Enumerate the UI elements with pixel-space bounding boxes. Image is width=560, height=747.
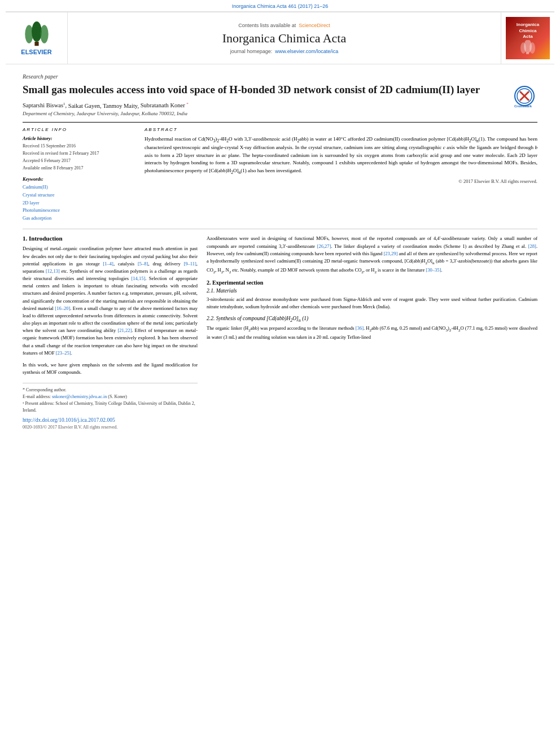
journal-logo-section: Inorganica Chimica Acta bbox=[501, 12, 554, 64]
elsevier-name: ELSEVIER bbox=[21, 49, 51, 55]
right-paragraph-1: Azodibenzoates were used in designing of… bbox=[207, 235, 537, 275]
ref-23-29[interactable]: [23,29] bbox=[383, 251, 397, 256]
homepage-label: journal homepage: bbox=[230, 49, 273, 54]
svg-rect-4 bbox=[34, 42, 38, 46]
elsevier-tree-icon bbox=[17, 21, 56, 47]
date-accepted: Accepted 6 February 2017 bbox=[23, 158, 135, 165]
footnote-1: ¹ Present address: School of Chemistry, … bbox=[23, 400, 198, 414]
intro-number: 1. bbox=[23, 235, 27, 242]
ref-12-13[interactable]: [12,13] bbox=[46, 268, 60, 274]
ref-28[interactable]: [28] bbox=[528, 243, 536, 249]
email-person: (S. Koner) bbox=[108, 394, 127, 399]
journal-title: Inorganica Chimica Acta bbox=[222, 31, 347, 46]
ref-21-22[interactable]: [21,22] bbox=[117, 327, 132, 333]
intro-section-title: 1. Introduction bbox=[23, 235, 198, 242]
ref-36[interactable]: [36] bbox=[356, 325, 364, 331]
ref-14-15[interactable]: [14,15] bbox=[132, 276, 146, 281]
keyword-5: Gas adsorption bbox=[23, 215, 135, 222]
journal-title-section: Contents lists available at ScienceDirec… bbox=[68, 12, 501, 64]
ref-26-27[interactable]: [26,27] bbox=[317, 243, 331, 249]
article-history-label: Article history: bbox=[23, 136, 135, 141]
sciencedirect-link[interactable]: ScienceDirect bbox=[299, 23, 330, 28]
article-dates: Received 15 September 2016 Received in r… bbox=[23, 143, 135, 172]
ref-9-11[interactable]: [9–11] bbox=[184, 261, 196, 267]
ref-5-8[interactable]: [5–8] bbox=[138, 261, 148, 267]
keyword-2: Crystal structure bbox=[23, 191, 135, 199]
doi-link[interactable]: http://dx.doi.org/10.1016/j.ica.2017.02.… bbox=[23, 417, 115, 423]
body-section: 1. Introduction Designing of metal–organ… bbox=[23, 229, 537, 430]
abstract-heading: ABSTRACT bbox=[145, 127, 537, 132]
footnote-section: * Corresponding author. E-mail address: … bbox=[23, 383, 198, 430]
article-info-column: ARTICLE INFO Article history: Received 1… bbox=[23, 127, 135, 222]
email-label: E-mail address: bbox=[23, 394, 51, 399]
intro-title: Introduction bbox=[29, 235, 63, 242]
synthesis-subtitle: 2.2. Synthesis of compound [Cd(abb)H2O]n… bbox=[207, 316, 537, 323]
keywords-label: Keywords: bbox=[23, 176, 135, 182]
contents-text: Contents lists available at bbox=[238, 23, 296, 28]
doi-text: Inorganica Chimica Acta 461 (2017) 21–26 bbox=[232, 3, 329, 9]
logo-title-line1: Inorganica bbox=[517, 22, 539, 28]
info-abstract-section: ARTICLE INFO Article history: Received 1… bbox=[23, 122, 537, 222]
date-received: Received 15 September 2016 bbox=[23, 143, 135, 150]
doi-link-section: http://dx.doi.org/10.1016/j.ica.2017.02.… bbox=[23, 417, 198, 423]
author-sup-1: 1 bbox=[63, 102, 65, 106]
body-left-column: 1. Introduction Designing of metal–organ… bbox=[23, 235, 198, 430]
logo-tree-icon bbox=[517, 40, 539, 54]
exp-section-title: 2. Experimental section bbox=[207, 279, 537, 286]
sciencedirect-line: Contents lists available at ScienceDirec… bbox=[238, 23, 330, 28]
logo-title-line2: Chimica bbox=[519, 28, 536, 34]
doi-bar: Inorganica Chimica Acta 461 (2017) 21–26 bbox=[0, 0, 560, 11]
journal-logo-box: Inorganica Chimica Acta bbox=[506, 17, 550, 59]
homepage-url[interactable]: www.elsevier.com/locate/ica bbox=[275, 49, 338, 54]
ref-1-4[interactable]: [1–4] bbox=[103, 261, 113, 267]
author-koner: Subratanath Koner * bbox=[141, 102, 189, 108]
journal-homepage: journal homepage: www.elsevier.com/locat… bbox=[230, 49, 339, 54]
ref-23-25[interactable]: [23–25] bbox=[56, 350, 71, 356]
materials-text: 3-nitrobenzoic acid and dextrose monohyd… bbox=[207, 296, 537, 311]
svg-point-8 bbox=[530, 42, 535, 54]
article-type: Research paper bbox=[23, 73, 537, 80]
body-right-column: Azodibenzoates were used in designing of… bbox=[207, 235, 537, 430]
author-biswas: Saptarshi Biswas1, bbox=[23, 102, 68, 108]
paper-title: Small gas molecules access into void spa… bbox=[23, 83, 537, 97]
logo-title-line3: Acta bbox=[523, 34, 532, 40]
materials-subtitle: 2.1. Materials bbox=[207, 288, 537, 294]
synthesis-text: The organic linker (H2abb) was prepared … bbox=[207, 325, 537, 341]
abstract-text: Hydrothermal reaction of Cd(NO3)2·4H2O w… bbox=[145, 136, 537, 185]
elsevier-logo: ELSEVIER bbox=[17, 21, 56, 55]
keyword-4: Photoluminescence bbox=[23, 207, 135, 215]
ref-30-35[interactable]: [30–35] bbox=[426, 267, 441, 273]
svg-point-3 bbox=[40, 25, 48, 43]
author-star: * bbox=[186, 102, 189, 106]
paper-title-text: Small gas molecules access into void spa… bbox=[23, 84, 480, 95]
ref-16-20[interactable]: [16–20] bbox=[55, 305, 70, 311]
main-content: Research paper Small gas molecules acces… bbox=[0, 64, 560, 435]
copyright-bottom: 0020-1693/© 2017 Elsevier B.V. All right… bbox=[23, 425, 198, 430]
email-note: E-mail address: snkoner@chemistry.jdvu.a… bbox=[23, 394, 198, 400]
date-revised: Received in revised form 2 February 2017 bbox=[23, 150, 135, 158]
svg-text:CrossMark: CrossMark bbox=[514, 104, 532, 108]
journal-header: ELSEVIER Contents lists available at Sci… bbox=[6, 11, 554, 64]
keyword-1: Cadmium(II) bbox=[23, 184, 135, 191]
corresponding-note: * Corresponding author. bbox=[23, 387, 198, 394]
affiliation: Department of Chemistry, Jadavpur Univer… bbox=[23, 111, 537, 116]
intro-paragraph-1: Designing of metal–organic coordination … bbox=[23, 245, 198, 357]
author-maity: Tanmoy Maity, bbox=[103, 102, 141, 108]
keyword-3: 2D layer bbox=[23, 199, 135, 207]
article-info-heading: ARTICLE INFO bbox=[23, 127, 135, 132]
corresponding-label: * Corresponding author. bbox=[23, 387, 67, 392]
email-address[interactable]: snkoner@chemistry.jdvu.ac.in bbox=[52, 394, 107, 399]
intro-paragraph-2: In this work, we have given emphasis on … bbox=[23, 361, 198, 376]
crossmark-badge[interactable]: CrossMark bbox=[512, 86, 537, 108]
authors-line: Saptarshi Biswas1, Saikat Gayen, Tanmoy … bbox=[23, 102, 537, 109]
svg-rect-9 bbox=[526, 53, 529, 54]
author-gayen: Saikat Gayen, bbox=[68, 102, 103, 108]
abstract-copyright: © 2017 Elsevier B.V. All rights reserved… bbox=[145, 178, 537, 185]
crossmark-icon: CrossMark bbox=[512, 86, 537, 108]
elsevier-logo-section: ELSEVIER bbox=[6, 12, 68, 64]
svg-point-5 bbox=[34, 23, 38, 27]
abstract-column: ABSTRACT Hydrothermal reaction of Cd(NO3… bbox=[145, 127, 537, 222]
date-available: Available online 8 February 2017 bbox=[23, 165, 135, 172]
keywords-section: Keywords: Cadmium(II) Crystal structure … bbox=[23, 176, 135, 222]
